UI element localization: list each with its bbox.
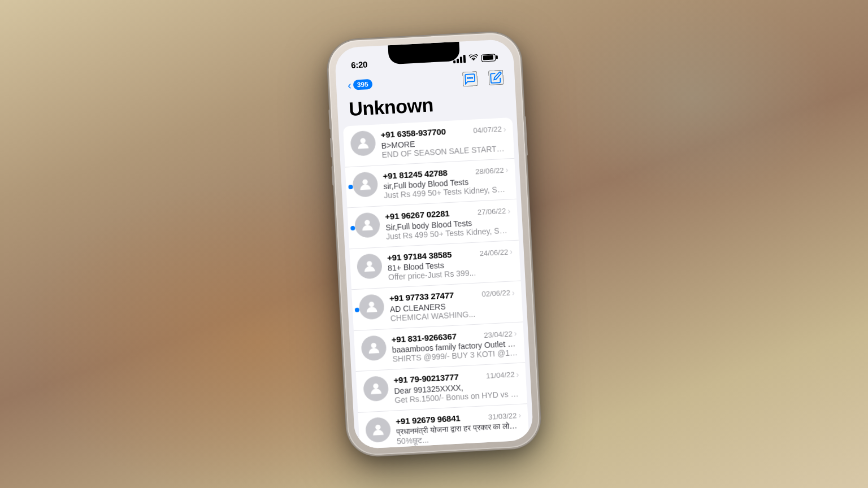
avatar [357,253,383,279]
message-content: +91 81245 42788 28/06/22 › sir,Full body… [383,164,509,200]
message-date: 23/04/22 › [484,329,517,339]
message-content: +91 97184 38585 24/06/22 › 81+ Blood Tes… [387,246,514,282]
message-content: +91 92679 96841 31/03/22 › प्रधानमंत्री … [396,409,522,446]
message-content: +91 79-90213777 11/04/22 › Dear 991325XX… [393,369,520,404]
avatar [350,130,376,156]
chevron-icon: › [518,411,522,420]
message-date: 24/06/22 › [479,247,513,258]
phone-wrapper: 6:20 [327,32,541,456]
avatar [361,335,387,361]
svg-point-1 [467,77,468,79]
svg-point-4 [362,179,368,185]
svg-point-3 [360,138,366,143]
message-date: 28/06/22 › [475,165,509,176]
message-date: 27/06/22 › [477,206,510,217]
unread-dot [355,307,359,312]
nav-actions [462,70,504,87]
chevron-icon: › [507,206,511,215]
chevron-icon: › [505,165,509,174]
back-button[interactable]: ‹ 395 [348,79,373,90]
chevron-icon: › [512,288,515,297]
unread-dot [348,185,353,189]
message-date: 02/06/22 › [481,288,515,299]
svg-point-6 [367,260,372,266]
svg-point-7 [369,302,375,307]
message-date: 11/04/22 › [486,369,519,380]
status-time: 6:20 [351,59,368,69]
wifi-icon [468,54,478,63]
message-content: +91 831-9266367 23/04/22 › baaamboos fam… [391,328,518,364]
avatar [365,417,391,443]
svg-point-8 [371,342,376,348]
phone-frame: 6:20 [327,32,541,456]
avatar [359,294,385,320]
svg-point-5 [364,220,370,225]
content-area: ‹ 395 [336,66,533,450]
messages-list[interactable]: +91 6358-937700 04/07/22 › B>MORE END OF… [343,117,530,449]
badge-count: 395 [353,79,372,90]
message-content: +91 96267 02281 27/06/22 › Sir,Full body… [385,205,511,241]
message-content: +91 6358-937700 04/07/22 › B>MORE END OF… [380,124,507,159]
status-icons [453,53,498,64]
svg-point-2 [471,77,472,79]
scene: 6:20 [0,0,868,488]
chevron-icon: › [516,369,519,378]
avatar [354,212,380,238]
message-content: +91 97733 27477 02/06/22 › AD CLEANERS C… [389,287,515,323]
chevron-icon: › [503,124,506,133]
notch [388,42,460,65]
avatar [363,376,389,402]
chevron-icon: › [510,247,513,256]
chat-icon-button[interactable] [462,71,478,86]
phone-screen: 6:20 [335,39,534,450]
svg-point-0 [470,77,471,79]
back-chevron-icon: ‹ [348,79,352,90]
svg-point-10 [375,424,381,430]
battery-icon [481,54,498,62]
unread-dot [350,226,355,230]
avatar [352,171,378,197]
svg-point-9 [373,384,379,389]
compose-button[interactable] [488,70,504,85]
message-date: 04/07/22 › [473,124,506,135]
chevron-icon: › [514,329,517,338]
message-date: 31/03/22 › [488,411,521,421]
